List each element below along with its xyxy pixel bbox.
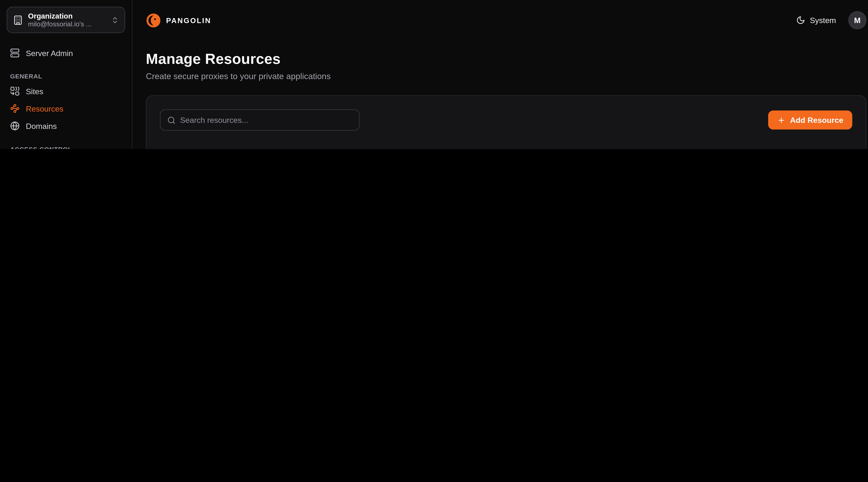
avatar[interactable]: M <box>848 11 866 29</box>
add-resource-label: Add Resource <box>790 116 843 125</box>
theme-switcher[interactable]: System <box>796 15 836 25</box>
pangolin-logo-icon <box>146 13 161 28</box>
org-text: Organization milo@fossorial.io's ... <box>28 12 106 28</box>
main-content: PANGOLIN System M Manage Resources Creat… <box>132 0 868 149</box>
sites-icon <box>10 87 20 96</box>
table-header-row: Name Site Protocol Access Authentication <box>160 142 852 149</box>
card-toolbar: Add Resource <box>160 109 852 131</box>
sidebar: Organization milo@fossorial.io's ... Ser… <box>0 0 132 149</box>
building-icon <box>13 15 23 25</box>
sidebar-item-domains[interactable]: Domains <box>7 117 125 135</box>
org-selector[interactable]: Organization milo@fossorial.io's ... <box>7 7 125 33</box>
org-title: Organization <box>28 12 106 20</box>
search-input[interactable] <box>180 116 352 125</box>
brand: PANGOLIN <box>146 13 211 28</box>
moon-icon <box>796 15 805 25</box>
sidebar-item-label: Resources <box>26 104 63 113</box>
chevrons-up-down-icon <box>111 16 119 24</box>
add-resource-button[interactable]: Add Resource <box>768 110 852 130</box>
sidebar-item-label: Domains <box>26 122 57 130</box>
theme-label: System <box>810 15 836 25</box>
brand-name: PANGOLIN <box>166 16 211 24</box>
sidebar-item-sites[interactable]: Sites <box>7 83 125 100</box>
section-title-access-control: ACCESS CONTROL <box>10 146 122 149</box>
page-subtitle: Create secure proxies to your private ap… <box>146 71 866 81</box>
plus-icon <box>777 116 785 124</box>
section-title-general: GENERAL <box>10 73 122 79</box>
sidebar-item-resources[interactable]: Resources <box>7 100 125 117</box>
search-icon <box>167 116 176 124</box>
sidebar-item-label: Server Admin <box>26 49 73 58</box>
org-subtitle: milo@fossorial.io's ... <box>28 20 106 28</box>
top-bar: PANGOLIN System M <box>146 0 866 40</box>
server-icon <box>10 48 20 58</box>
globe-icon <box>10 121 20 131</box>
search-box <box>160 109 360 131</box>
topbar-right: System M <box>796 11 866 29</box>
page-title: Manage Resources <box>146 51 866 68</box>
app-window: Organization milo@fossorial.io's ... Ser… <box>0 0 868 149</box>
resources-icon <box>10 104 20 113</box>
avatar-initial: M <box>854 15 861 25</box>
sidebar-item-label: Sites <box>26 87 43 96</box>
sidebar-item-server-admin[interactable]: Server Admin <box>7 44 125 62</box>
resources-card: Add Resource Name Site Protocol Access <box>146 95 866 149</box>
